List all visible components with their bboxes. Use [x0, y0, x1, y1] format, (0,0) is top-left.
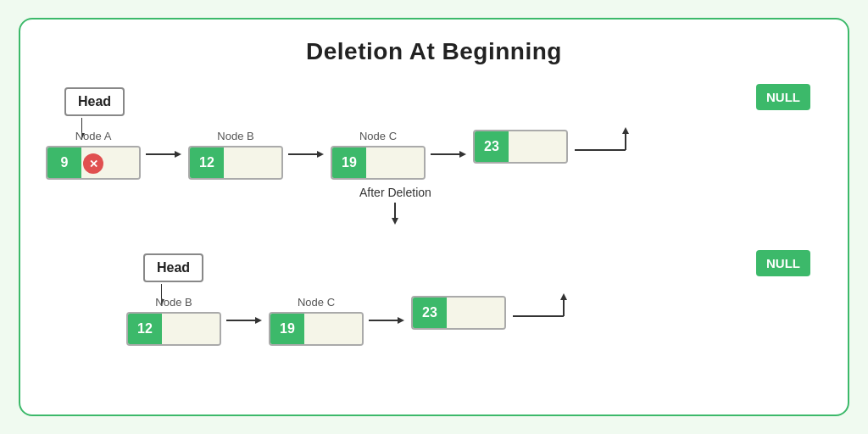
d2-arrow-dnull [513, 293, 581, 340]
after-deletion-arrow [387, 203, 403, 228]
d1-node-a-label: Node A [46, 130, 141, 142]
page-container: Deletion At Beginning Head NULL Node A [0, 0, 868, 434]
d1-node-b: Node B 12 [188, 130, 283, 180]
svg-marker-21 [560, 293, 567, 300]
d2-node-d: 23 [411, 296, 506, 330]
d2-arrow-bc [226, 312, 269, 329]
diagram2: Head NULL Node B 12 [46, 247, 826, 357]
svg-marker-18 [398, 317, 404, 324]
d1-null-box: NULL [756, 84, 810, 110]
d1-arrow-bc [288, 146, 331, 163]
d1-node-c-label: Node C [331, 130, 426, 142]
d1-arrow-ab [146, 146, 188, 163]
diagram-card: Deletion At Beginning Head NULL Node A [19, 18, 849, 416]
svg-marker-10 [622, 127, 629, 134]
svg-marker-7 [459, 151, 466, 158]
d1-node-b-label: Node B [188, 130, 283, 142]
d1-delete-circle: ✕ [83, 153, 103, 174]
d1-node-a: Node A 9 ✕ [46, 130, 141, 180]
d1-node-c: Node C 19 [331, 130, 426, 180]
d1-node-d: 23 [473, 130, 568, 164]
after-deletion-section: After Deletion [359, 186, 431, 228]
svg-marker-5 [317, 151, 324, 158]
d1-arrow-cd [431, 146, 473, 163]
d2-arrow-cd [369, 312, 411, 329]
svg-marker-3 [175, 151, 181, 158]
d2-node-b-label: Node B [126, 296, 221, 309]
page-title: Deletion At Beginning [20, 19, 848, 65]
diagram1: Head NULL Node A 9 ✕ [46, 81, 826, 191]
svg-marker-12 [392, 218, 398, 225]
d1-head-box: Head [64, 87, 125, 116]
d2-null-box: NULL [756, 250, 810, 276]
d2-node-c: Node C 19 [269, 296, 364, 346]
d2-head-box: Head [143, 253, 203, 282]
after-deletion-label: After Deletion [359, 186, 431, 199]
d1-arrow-dnull [575, 127, 643, 174]
d2-node-b: Node B 12 [126, 296, 221, 346]
svg-marker-16 [255, 317, 262, 324]
d2-node-c-label: Node C [269, 296, 364, 309]
